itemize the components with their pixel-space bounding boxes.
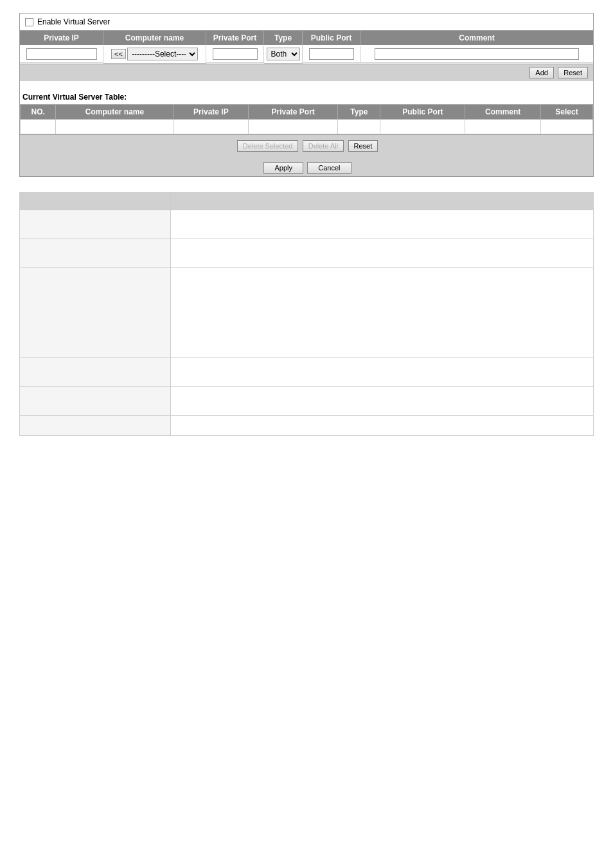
empty-cell-type bbox=[338, 120, 380, 134]
cvst-header-row: NO. Computer name Private IP Private Por… bbox=[21, 105, 593, 120]
empty-cell-private-port bbox=[248, 120, 337, 134]
info-value-4 bbox=[171, 358, 594, 387]
info-table-header bbox=[20, 193, 594, 210]
cvst-col-select: Select bbox=[540, 105, 592, 120]
header-public-port: Public Port bbox=[303, 31, 360, 45]
cvst-col-private-ip: Private IP bbox=[173, 105, 248, 120]
info-row-6 bbox=[20, 416, 594, 436]
current-table-label: Current Virtual Server Table: bbox=[20, 93, 593, 102]
info-label-1 bbox=[20, 210, 171, 239]
table-row bbox=[21, 120, 593, 134]
type-select[interactable]: Both TCP UDP bbox=[267, 48, 300, 60]
cvst-col-no: NO. bbox=[21, 105, 56, 120]
enable-checkbox[interactable] bbox=[25, 18, 33, 26]
empty-cell-select bbox=[540, 120, 592, 134]
info-value-1 bbox=[171, 210, 594, 239]
info-table bbox=[19, 192, 594, 436]
info-value-5 bbox=[171, 387, 594, 416]
cvst-col-type: Type bbox=[338, 105, 380, 120]
empty-cell-public-port bbox=[380, 120, 465, 134]
info-value-2 bbox=[171, 239, 594, 268]
delete-all-button[interactable]: Delete All bbox=[303, 140, 344, 152]
info-label-4 bbox=[20, 358, 171, 387]
info-header-col1 bbox=[20, 193, 171, 210]
info-label-5 bbox=[20, 387, 171, 416]
private-port-input[interactable] bbox=[213, 48, 258, 60]
public-port-input[interactable] bbox=[309, 48, 354, 60]
enable-row: Enable Virtual Server bbox=[20, 14, 593, 31]
computer-name-cell: << ---------Select-------- bbox=[103, 45, 206, 64]
info-value-3 bbox=[171, 268, 594, 358]
add-button[interactable]: Add bbox=[529, 67, 554, 78]
info-header-col2 bbox=[171, 193, 594, 210]
comment-input[interactable] bbox=[375, 48, 580, 60]
reset-button-bottom[interactable]: Reset bbox=[348, 140, 378, 152]
type-cell: Both TCP UDP bbox=[264, 45, 303, 64]
input-row: << ---------Select-------- Both TCP UDP bbox=[20, 45, 593, 64]
empty-cell-no bbox=[21, 120, 56, 134]
main-container: Enable Virtual Server Private IP Compute… bbox=[0, 0, 613, 449]
arrow-button[interactable]: << bbox=[111, 49, 126, 59]
delete-selected-button[interactable]: Delete Selected bbox=[237, 140, 299, 152]
header-type: Type bbox=[264, 31, 303, 45]
cancel-button[interactable]: Cancel bbox=[307, 162, 351, 174]
info-row-4 bbox=[20, 358, 594, 387]
header-private-port: Private Port bbox=[206, 31, 264, 45]
public-port-cell bbox=[303, 46, 360, 63]
cvst-col-comment: Comment bbox=[465, 105, 540, 120]
comment-cell bbox=[360, 46, 593, 63]
info-label-3 bbox=[20, 268, 171, 358]
reset-button-top[interactable]: Reset bbox=[558, 67, 588, 78]
empty-cell-ip bbox=[173, 120, 248, 134]
virtual-server-panel: Enable Virtual Server Private IP Compute… bbox=[19, 13, 594, 177]
apply-cancel-row: Apply Cancel bbox=[20, 157, 593, 176]
private-ip-cell bbox=[20, 46, 103, 63]
cvst-col-public-port: Public Port bbox=[380, 105, 465, 120]
apply-button[interactable]: Apply bbox=[263, 162, 303, 174]
computer-name-select[interactable]: ---------Select-------- bbox=[127, 48, 198, 60]
table-header-row: Private IP Computer name Private Port Ty… bbox=[20, 31, 593, 45]
info-row-1 bbox=[20, 210, 594, 239]
current-virtual-server-table: NO. Computer name Private IP Private Por… bbox=[20, 104, 593, 134]
cvst-col-private-port: Private Port bbox=[248, 105, 337, 120]
private-port-cell bbox=[206, 46, 264, 63]
header-comment: Comment bbox=[360, 31, 593, 45]
enable-label: Enable Virtual Server bbox=[37, 17, 110, 26]
private-ip-input[interactable] bbox=[26, 48, 97, 60]
info-row-3 bbox=[20, 268, 594, 358]
info-label-6 bbox=[20, 416, 171, 436]
action-row: Add Reset bbox=[20, 64, 593, 81]
table-actions-row: Delete Selected Delete All Reset bbox=[20, 134, 593, 157]
info-label-2 bbox=[20, 239, 171, 268]
info-row-5 bbox=[20, 387, 594, 416]
empty-cell-comment bbox=[465, 120, 540, 134]
info-value-6 bbox=[171, 416, 594, 436]
header-private-ip: Private IP bbox=[20, 31, 103, 45]
spacer bbox=[20, 81, 593, 87]
info-row-2 bbox=[20, 239, 594, 268]
header-computer-name: Computer name bbox=[103, 31, 206, 45]
empty-cell-name bbox=[56, 120, 173, 134]
cvst-col-computer-name: Computer name bbox=[56, 105, 173, 120]
